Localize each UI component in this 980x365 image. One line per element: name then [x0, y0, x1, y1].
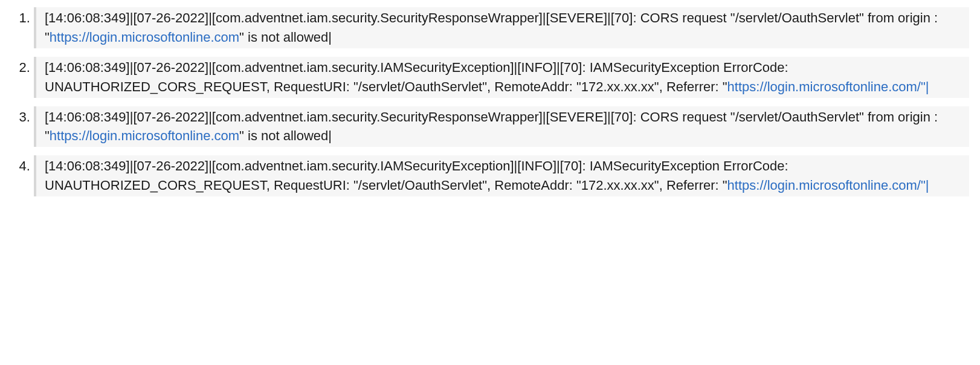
log-text-pre: [14:06:08:349]|[07-26-2022]|[com.adventn… [45, 158, 788, 193]
log-link[interactable]: https://login.microsoftonline.com [50, 128, 239, 143]
list-item: [14:06:08:349]|[07-26-2022]|[com.adventn… [34, 57, 969, 98]
log-entry: [14:06:08:349]|[07-26-2022]|[com.adventn… [34, 155, 969, 196]
log-link[interactable]: https://login.microsoftonline.com/"| [727, 79, 929, 94]
list-item: [14:06:08:349]|[07-26-2022]|[com.adventn… [34, 106, 969, 147]
log-container: [14:06:08:349]|[07-26-2022]|[com.adventn… [0, 0, 980, 216]
log-text-pre: [14:06:08:349]|[07-26-2022]|[com.adventn… [45, 60, 788, 94]
list-item: [14:06:08:349]|[07-26-2022]|[com.adventn… [34, 155, 969, 196]
log-list: [14:06:08:349]|[07-26-2022]|[com.adventn… [8, 7, 969, 196]
list-item: [14:06:08:349]|[07-26-2022]|[com.adventn… [34, 7, 969, 48]
log-entry: [14:06:08:349]|[07-26-2022]|[com.adventn… [34, 106, 969, 147]
log-link[interactable]: https://login.microsoftonline.com [50, 30, 239, 45]
log-link[interactable]: https://login.microsoftonline.com/"| [727, 178, 929, 193]
log-text-post: " is not allowed| [239, 30, 332, 45]
log-text-post: " is not allowed| [239, 128, 332, 143]
log-entry: [14:06:08:349]|[07-26-2022]|[com.adventn… [34, 57, 969, 98]
log-entry: [14:06:08:349]|[07-26-2022]|[com.adventn… [34, 7, 969, 48]
